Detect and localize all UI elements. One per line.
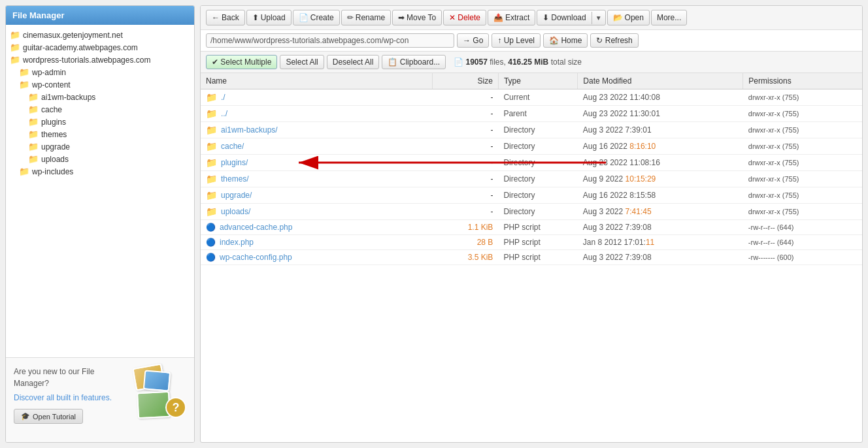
sidebar-item-cinemasux-getenjoyment-net[interactable]: 📁cinemasux.getenjoyment.net xyxy=(6,29,194,41)
folder-icon: 📁 xyxy=(206,190,217,200)
go-button[interactable]: → Go xyxy=(457,33,489,48)
file-name-text: plugins/ xyxy=(221,158,248,167)
download-label: Download xyxy=(551,13,586,22)
download-main[interactable]: ⬇ Download xyxy=(537,10,591,25)
file-size: 28 B xyxy=(432,235,498,250)
sidebar-item-guitar-academy-atwebpages-com[interactable]: 📁guitar-academy.atwebpages.com xyxy=(6,41,194,54)
address-input[interactable] xyxy=(206,33,454,48)
select-all-button[interactable]: Select All xyxy=(280,55,324,69)
file-size: 1.1 KiB xyxy=(432,220,498,235)
table-row[interactable]: 📁themes/-DirectoryAug 9 2022 10:15:29drw… xyxy=(201,171,862,187)
folder-icon: 📁 xyxy=(10,30,20,40)
more-button[interactable]: More... xyxy=(651,10,687,25)
create-button[interactable]: 📄 Create xyxy=(293,10,340,25)
folder-icon: 📁 xyxy=(206,157,217,168)
sidebar-item-uploads[interactable]: 📁uploads xyxy=(6,153,194,165)
col-name[interactable]: Name xyxy=(201,73,432,89)
file-table-wrap[interactable]: Name Size Type Date Modified Permissions… xyxy=(201,73,862,442)
file-name[interactable]: 📁uploads/ xyxy=(206,206,427,217)
sidebar-item-wp-content[interactable]: 📁wp-content xyxy=(6,78,194,91)
sidebar-item-wp-includes[interactable]: 📁wp-includes xyxy=(6,165,194,178)
table-row[interactable]: 📁upgrade/-DirectoryAug 16 2022 8:15:58dr… xyxy=(201,187,862,204)
question-badge: ? xyxy=(165,397,186,418)
refresh-button[interactable]: ↻ Refresh xyxy=(590,33,638,48)
up-level-button[interactable]: ↑ Up Level xyxy=(492,33,541,48)
col-type[interactable]: Type xyxy=(498,73,577,89)
table-row[interactable]: 📁../-ParentAug 23 2022 11:30:01drwxr-xr-… xyxy=(201,106,862,122)
sidebar-item-wp-admin[interactable]: 📁wp-admin xyxy=(6,66,194,78)
col-size[interactable]: Size xyxy=(432,73,498,89)
date-time-highlight: 7:41:45 xyxy=(626,207,652,216)
file-name[interactable]: 📁upgrade/ xyxy=(206,190,427,200)
file-name[interactable]: 📁ai1wm-backups/ xyxy=(206,125,427,135)
promo-content: Are you new to our File Manager? Discove… xyxy=(14,366,129,424)
table-row[interactable]: 📁plugins/-DirectoryAug 23 2022 11:08:16d… xyxy=(201,155,862,171)
table-row[interactable]: 📁uploads/-DirectoryAug 3 2022 7:41:45drw… xyxy=(201,204,862,220)
file-date: Aug 16 2022 8:15:58 xyxy=(578,187,743,204)
file-name[interactable]: 📁plugins/ xyxy=(206,157,427,168)
file-permissions: -rw-r--r-- (644) xyxy=(743,235,862,250)
open-tutorial-button[interactable]: 🎓 Open Tutorial xyxy=(14,409,83,424)
table-row[interactable]: 🔵advanced-cache.php1.1 KiBPHP scriptAug … xyxy=(201,220,862,235)
file-permissions: drwxr-xr-x (755) xyxy=(743,89,862,106)
file-name-text: uploads/ xyxy=(221,207,250,216)
create-label: Create xyxy=(310,13,334,22)
delete-button[interactable]: ✕ Delete xyxy=(443,10,486,25)
select-multiple-button[interactable]: ✔ Select Multiple xyxy=(206,55,277,69)
delete-label: Delete xyxy=(458,13,480,22)
table-row[interactable]: 📁ai1wm-backups/-DirectoryAug 3 2022 7:39… xyxy=(201,122,862,138)
table-row[interactable]: 🔵wp-cache-config.php3.5 KiBPHP scriptAug… xyxy=(201,250,862,265)
sidebar-item-cache[interactable]: 📁cache xyxy=(6,103,194,116)
table-row[interactable]: 📁./-CurrentAug 23 2022 11:40:08drwxr-xr-… xyxy=(201,89,862,106)
extract-button[interactable]: 📤 Extract xyxy=(488,10,535,25)
file-name-text: upgrade/ xyxy=(221,191,252,200)
back-button[interactable]: ← Back xyxy=(206,10,245,25)
sidebar-item-label: guitar-academy.atwebpages.com xyxy=(23,43,138,52)
file-name[interactable]: 📁./ xyxy=(206,92,427,103)
table-row[interactable]: 🔵index.php28 BPHP scriptJan 8 2012 17:01… xyxy=(201,235,862,250)
download-split-button[interactable]: ⬇ Download ▼ xyxy=(537,10,605,25)
move-to-button[interactable]: ➡ Move To xyxy=(392,10,442,25)
home-button[interactable]: 🏠 Home xyxy=(543,33,588,48)
file-type: Directory xyxy=(498,138,577,155)
sidebar-item-upgrade[interactable]: 📁upgrade xyxy=(6,140,194,153)
actions-bar: ✔ Select Multiple Select All Deselect Al… xyxy=(201,52,862,73)
file-date: Aug 3 2022 7:39:08 xyxy=(578,220,743,235)
deselect-all-button[interactable]: Deselect All xyxy=(327,55,380,69)
clipboard-button[interactable]: 📋 Clipboard... xyxy=(382,55,446,69)
sidebar-item-plugins[interactable]: 📁plugins xyxy=(6,116,194,128)
col-date[interactable]: Date Modified xyxy=(578,73,743,89)
file-date: Aug 3 2022 7:41:45 xyxy=(578,204,743,220)
move-to-label: Move To xyxy=(407,13,436,22)
sidebar-item-wordpress-tutorials-atwebpages-com[interactable]: 📁wordpress-tutorials.atwebpages.com xyxy=(6,54,194,66)
sidebar-item-ai1wm-backups[interactable]: 📁ai1wm-backups xyxy=(6,91,194,103)
download-icon: ⬇ xyxy=(542,13,549,22)
file-name[interactable]: 🔵advanced-cache.php xyxy=(206,223,427,232)
file-permissions: drwxr-xr-x (755) xyxy=(743,122,862,138)
file-name[interactable]: 📁../ xyxy=(206,108,427,119)
file-name[interactable]: 📁cache/ xyxy=(206,141,427,152)
file-name[interactable]: 🔵index.php xyxy=(206,238,427,247)
download-arrow[interactable]: ▼ xyxy=(592,12,605,24)
rename-button[interactable]: ✏ Rename xyxy=(341,10,391,25)
open-button[interactable]: 📂 Open xyxy=(607,10,650,25)
file-name-text: index.php xyxy=(220,238,254,247)
folder-icon: 📁 xyxy=(28,129,39,139)
folder-icon: 📁 xyxy=(28,154,39,164)
table-row[interactable]: 📁cache/-DirectoryAug 16 2022 8:16:10drwx… xyxy=(201,138,862,155)
folder-icon: 📁 xyxy=(28,142,39,152)
promo-card-2 xyxy=(143,370,171,391)
sidebar-item-label: cache xyxy=(41,105,62,114)
upload-button[interactable]: ⬆ Upload xyxy=(246,10,292,25)
file-type: Directory xyxy=(498,155,577,171)
delete-icon: ✕ xyxy=(449,13,456,22)
file-name[interactable]: 📁themes/ xyxy=(206,174,427,184)
file-name-text: themes/ xyxy=(221,174,249,184)
file-count-number: 19057 xyxy=(465,57,487,67)
col-perms[interactable]: Permissions xyxy=(743,73,862,89)
folder-icon: 📁 xyxy=(206,141,217,152)
sidebar-item-themes[interactable]: 📁themes xyxy=(6,128,194,140)
folder-icon: 📁 xyxy=(10,55,20,65)
folder-icon: 📁 xyxy=(206,125,217,135)
file-name[interactable]: 🔵wp-cache-config.php xyxy=(206,253,427,262)
